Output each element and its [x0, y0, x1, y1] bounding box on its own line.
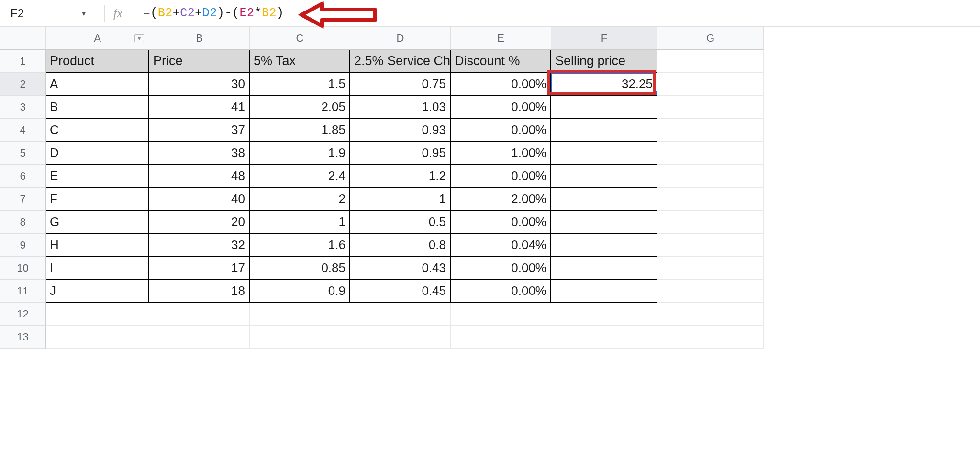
cell-E5[interactable]: 1.00% — [451, 142, 551, 165]
cell-G13[interactable] — [657, 326, 764, 349]
cell-B12[interactable] — [149, 303, 250, 326]
cell-G1[interactable] — [657, 50, 764, 73]
cell-A1[interactable]: Product — [46, 50, 149, 73]
cell-F8[interactable] — [551, 211, 657, 234]
cell-B3[interactable]: 41 — [149, 96, 250, 119]
cell-D7[interactable]: 1 — [350, 188, 451, 211]
cell-G5[interactable] — [657, 142, 764, 165]
cell-D3[interactable]: 1.03 — [350, 96, 451, 119]
cell-D10[interactable]: 0.43 — [350, 257, 451, 280]
cell-B10[interactable]: 17 — [149, 257, 250, 280]
cell-C8[interactable]: 1 — [250, 211, 350, 234]
cell-D11[interactable]: 0.45 — [350, 280, 451, 303]
select-all-corner[interactable] — [0, 27, 46, 50]
cell-B8[interactable]: 20 — [149, 211, 250, 234]
row-header-11[interactable]: 11 — [0, 280, 46, 303]
cell-F5[interactable] — [551, 142, 657, 165]
cell-E11[interactable]: 0.00% — [451, 280, 551, 303]
cell-A10[interactable]: I — [46, 257, 149, 280]
cell-D6[interactable]: 1.2 — [350, 165, 451, 188]
cell-D12[interactable] — [350, 303, 451, 326]
column-header-D[interactable]: D — [350, 27, 451, 50]
cell-G3[interactable] — [657, 96, 764, 119]
cell-C11[interactable]: 0.9 — [250, 280, 350, 303]
cell-A5[interactable]: D — [46, 142, 149, 165]
row-header-9[interactable]: 9 — [0, 234, 46, 257]
cell-F9[interactable] — [551, 234, 657, 257]
row-header-7[interactable]: 7 — [0, 188, 46, 211]
cell-F1[interactable]: Selling price — [551, 50, 657, 73]
row-header-6[interactable]: 6 — [0, 165, 46, 188]
cell-F7[interactable] — [551, 188, 657, 211]
cell-A3[interactable]: B — [46, 96, 149, 119]
cell-B13[interactable] — [149, 326, 250, 349]
row-header-12[interactable]: 12 — [0, 303, 46, 326]
cell-C9[interactable]: 1.6 — [250, 234, 350, 257]
row-header-13[interactable]: 13 — [0, 326, 46, 349]
cell-E9[interactable]: 0.04% — [451, 234, 551, 257]
column-header-A[interactable]: A▼ — [46, 27, 149, 50]
cell-A6[interactable]: E — [46, 165, 149, 188]
cell-E10[interactable]: 0.00% — [451, 257, 551, 280]
cell-A7[interactable]: F — [46, 188, 149, 211]
cell-D9[interactable]: 0.8 — [350, 234, 451, 257]
cell-A12[interactable] — [46, 303, 149, 326]
name-box-dropdown-icon[interactable]: ▼ — [80, 10, 87, 17]
cell-A4[interactable]: C — [46, 119, 149, 142]
row-header-2[interactable]: 2 — [0, 73, 46, 96]
cell-E2[interactable]: 0.00% — [451, 73, 551, 96]
cell-C5[interactable]: 1.9 — [250, 142, 350, 165]
column-header-G[interactable]: G — [657, 27, 764, 50]
cell-D1[interactable]: 2.5% Service Charge — [350, 50, 451, 73]
cell-E6[interactable]: 0.00% — [451, 165, 551, 188]
cell-C2[interactable]: 1.5 — [250, 73, 350, 96]
cell-G8[interactable] — [657, 211, 764, 234]
column-dropdown-icon[interactable]: ▼ — [134, 34, 144, 42]
cell-G12[interactable] — [657, 303, 764, 326]
cell-B7[interactable]: 40 — [149, 188, 250, 211]
cell-G7[interactable] — [657, 188, 764, 211]
row-header-10[interactable]: 10 — [0, 257, 46, 280]
cell-F13[interactable] — [551, 326, 657, 349]
row-header-3[interactable]: 3 — [0, 96, 46, 119]
cell-E7[interactable]: 2.00% — [451, 188, 551, 211]
cell-E1[interactable]: Discount % — [451, 50, 551, 73]
cell-C3[interactable]: 2.05 — [250, 96, 350, 119]
cell-F4[interactable] — [551, 119, 657, 142]
cell-G6[interactable] — [657, 165, 764, 188]
cell-G11[interactable] — [657, 280, 764, 303]
cell-A9[interactable]: H — [46, 234, 149, 257]
cell-B1[interactable]: Price — [149, 50, 250, 73]
cell-A8[interactable]: G — [46, 211, 149, 234]
cell-D5[interactable]: 0.95 — [350, 142, 451, 165]
cell-G4[interactable] — [657, 119, 764, 142]
cell-B5[interactable]: 38 — [149, 142, 250, 165]
cell-B4[interactable]: 37 — [149, 119, 250, 142]
cell-A11[interactable]: J — [46, 280, 149, 303]
cell-G2[interactable] — [657, 73, 764, 96]
cell-F6[interactable] — [551, 165, 657, 188]
cell-A2[interactable]: A — [46, 73, 149, 96]
cell-C7[interactable]: 2 — [250, 188, 350, 211]
cell-F12[interactable] — [551, 303, 657, 326]
cell-E12[interactable] — [451, 303, 551, 326]
cell-C12[interactable] — [250, 303, 350, 326]
cell-G9[interactable] — [657, 234, 764, 257]
column-header-C[interactable]: C — [250, 27, 350, 50]
row-header-1[interactable]: 1 — [0, 50, 46, 73]
cell-A13[interactable] — [46, 326, 149, 349]
cell-G10[interactable] — [657, 257, 764, 280]
cell-F11[interactable] — [551, 280, 657, 303]
cell-D8[interactable]: 0.5 — [350, 211, 451, 234]
cell-F2[interactable]: 32.25 — [551, 73, 657, 96]
name-box[interactable]: F2 ▼ — [5, 7, 96, 20]
cell-C6[interactable]: 2.4 — [250, 165, 350, 188]
grid[interactable]: ProductPrice5% Tax2.5% Service ChargeDis… — [46, 50, 764, 349]
cell-C13[interactable] — [250, 326, 350, 349]
cell-B11[interactable]: 18 — [149, 280, 250, 303]
row-header-5[interactable]: 5 — [0, 142, 46, 165]
cell-B6[interactable]: 48 — [149, 165, 250, 188]
cell-C1[interactable]: 5% Tax — [250, 50, 350, 73]
cell-E13[interactable] — [451, 326, 551, 349]
column-header-E[interactable]: E — [451, 27, 551, 50]
